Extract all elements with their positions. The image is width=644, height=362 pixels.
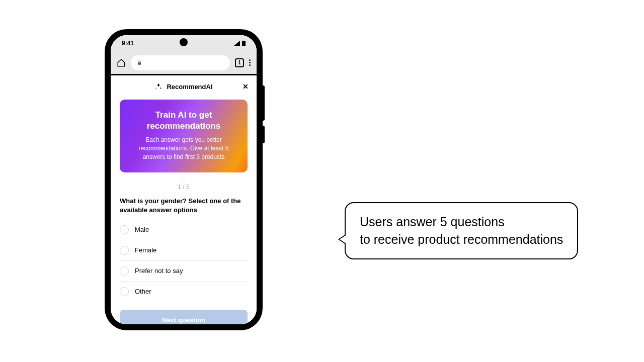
close-button[interactable]: ✕: [243, 83, 249, 90]
hero-title: Train AI to get recommendations: [131, 110, 236, 132]
phone-side-button: [262, 85, 265, 121]
annotation-callout: Users answer 5 questions to receive prod…: [345, 202, 578, 259]
app-brand: RecommendAI: [154, 82, 212, 90]
browser-toolbar: 1: [111, 51, 257, 75]
radio-icon: [120, 225, 129, 234]
url-bar[interactable]: [131, 55, 230, 70]
battery-icon: [242, 41, 246, 46]
phone-device-frame: 9:41 1: [106, 30, 262, 329]
more-menu-button[interactable]: [249, 59, 251, 66]
option-label: Female: [135, 246, 156, 254]
radio-icon: [120, 266, 129, 276]
next-button-label: Next question: [162, 316, 205, 324]
option-prefer-not-to-say[interactable]: Prefer not to say: [120, 261, 248, 282]
option-label: Other: [135, 288, 151, 295]
hero-card: Train AI to get recommendations Each ans…: [120, 100, 248, 172]
app-content: RecommendAI ✕ Train AI to get recommenda…: [111, 75, 257, 324]
progress-area: 1 / 5: [120, 184, 248, 191]
radio-icon: [120, 246, 129, 255]
option-female[interactable]: Female: [120, 240, 248, 261]
lock-icon: [137, 60, 142, 65]
phone-screen: 9:41 1: [111, 35, 257, 324]
tab-count: 1: [238, 60, 241, 65]
phone-side-button-2: [262, 126, 265, 143]
app-title: RecommendAI: [167, 83, 212, 90]
home-button[interactable]: [117, 58, 126, 67]
radio-icon: [120, 287, 129, 296]
app-header: RecommendAI ✕: [111, 75, 257, 98]
question-text: What is your gender? Select one of the a…: [120, 197, 248, 215]
option-male[interactable]: Male: [120, 220, 248, 240]
more-dots-icon: [249, 59, 251, 61]
status-bar: 9:41: [111, 35, 257, 51]
next-question-button[interactable]: Next question: [120, 310, 248, 324]
option-other[interactable]: Other: [120, 282, 248, 302]
option-list: Male Female Prefer not to say Other: [120, 220, 248, 302]
status-time: 9:41: [122, 40, 134, 47]
hero-description: Each answer gets you better recommendati…: [131, 136, 236, 161]
progress-counter: 1 / 5: [120, 184, 248, 191]
camera-notch: [180, 38, 188, 46]
signal-icon: [234, 41, 240, 46]
option-label: Male: [135, 226, 149, 233]
option-label: Prefer not to say: [135, 267, 183, 275]
status-indicators: [234, 41, 246, 46]
home-icon: [117, 58, 126, 67]
callout-text: Users answer 5 questions to receive prod…: [360, 213, 563, 248]
progress-pointer-icon: [181, 178, 187, 183]
sparkle-icon: [154, 82, 163, 90]
tab-count-button[interactable]: 1: [235, 58, 244, 67]
